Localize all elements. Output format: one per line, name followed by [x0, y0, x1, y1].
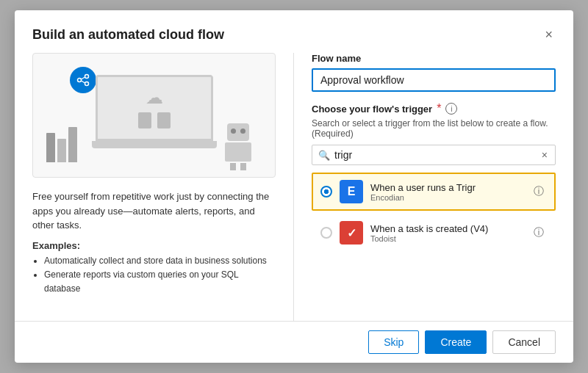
svg-point-2 — [85, 82, 89, 86]
flow-badge-icon — [70, 67, 96, 93]
trigger-search-input[interactable] — [334, 149, 540, 161]
search-clear-button[interactable]: × — [540, 149, 549, 161]
db-icons — [138, 112, 171, 128]
trigger-radio-encodian — [320, 186, 332, 198]
trigger-name-todoist: When a task is created (V4) — [370, 223, 523, 234]
skip-button[interactable]: Skip — [368, 330, 419, 354]
modal-header: Build an automated cloud flow × — [15, 10, 573, 53]
svg-point-1 — [85, 75, 89, 79]
trigger-info-button-todoist[interactable]: ⓘ — [531, 226, 547, 239]
books-illustration — [46, 127, 77, 162]
info-icon[interactable]: i — [445, 103, 457, 115]
modal-body: ☁ — [15, 53, 573, 321]
trigger-item-todoist[interactable]: ✓ When a task is created (V4) Todoist ⓘ — [312, 214, 556, 252]
trigger-source-todoist: Todoist — [370, 234, 523, 243]
examples-title: Examples: — [32, 240, 276, 251]
example-item: Generate reports via custom queries on y… — [44, 268, 276, 296]
svg-line-4 — [82, 81, 85, 83]
examples-list: Automatically collect and store data in … — [32, 254, 276, 297]
trigger-item-encodian[interactable]: E When a user runs a Trigr Encodian ⓘ — [312, 173, 556, 211]
close-button[interactable]: × — [542, 25, 556, 44]
required-star: * — [437, 102, 441, 115]
trigger-label: Choose your flow's trigger — [312, 104, 432, 115]
robot-illustration — [223, 123, 253, 164]
modal: Build an automated cloud flow × — [15, 10, 573, 363]
flow-name-input[interactable] — [312, 68, 556, 92]
trigger-search-box: 🔍 × — [312, 145, 556, 165]
cloud-icon: ☁ — [146, 87, 163, 108]
example-item: Automatically collect and store data in … — [44, 254, 276, 268]
modal-overlay: Build an automated cloud flow × — [0, 0, 588, 373]
trigger-source-encodian: Encodian — [370, 193, 523, 202]
flow-name-label: Flow name — [312, 53, 556, 64]
svg-point-0 — [78, 79, 82, 82]
right-panel: Flow name Choose your flow's trigger * i… — [294, 53, 573, 321]
left-description: Free yourself from repetitive work just … — [32, 189, 276, 233]
trigger-list: E When a user runs a Trigr Encodian ⓘ ✓ … — [312, 173, 556, 255]
create-button[interactable]: Create — [425, 330, 487, 354]
modal-title: Build an automated cloud flow — [32, 27, 224, 43]
trigger-info-encodian: When a user runs a Trigr Encodian — [370, 182, 523, 202]
trigger-radio-todoist — [320, 227, 332, 239]
svg-line-3 — [82, 77, 85, 79]
encodian-icon: E — [340, 180, 363, 203]
trigger-hint: Search or select a trigger from the list… — [312, 118, 556, 139]
left-panel: ☁ — [15, 53, 294, 321]
trigger-name-encodian: When a user runs a Trigr — [370, 182, 523, 193]
trigger-label-row: Choose your flow's trigger * i — [312, 102, 556, 115]
laptop-illustration: ☁ — [96, 75, 213, 156]
todoist-icon: ✓ — [340, 221, 363, 245]
search-icon: 🔍 — [318, 150, 330, 161]
modal-footer: Skip Create Cancel — [15, 321, 573, 363]
cancel-button[interactable]: Cancel — [492, 330, 556, 354]
illustration: ☁ — [32, 53, 276, 178]
trigger-info-todoist: When a task is created (V4) Todoist — [370, 223, 523, 243]
trigger-info-button-encodian[interactable]: ⓘ — [531, 185, 547, 198]
